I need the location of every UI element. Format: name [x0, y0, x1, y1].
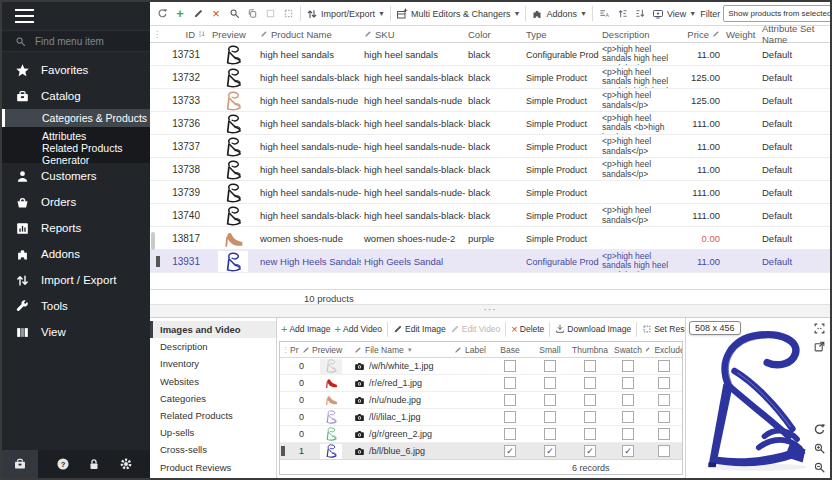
table-row[interactable]: 13739 high heel sandals-nude-37high heel… [150, 181, 830, 204]
zoom-in-icon[interactable] [813, 442, 826, 455]
image-row[interactable]: 0 /w/h/white_1.jpg [280, 358, 682, 375]
table-row[interactable]: 13817 women shoes-nudewomen shoes-nude-2… [150, 227, 830, 250]
sidebar-item-favorites[interactable]: Favorites [2, 57, 150, 83]
download-image-button[interactable]: Download Image [553, 324, 633, 334]
image-row-selected[interactable]: 1 /b/l/blue_6.jpg ✓ ✓ ✓ ✓ [280, 443, 682, 460]
table-row[interactable]: 13737 high heel sandals-nude-36high heel… [150, 135, 830, 158]
image-row[interactable]: 0 /g/r/green_2.jpg [280, 426, 682, 443]
add-image-button[interactable]: +Add Image [279, 323, 333, 336]
tab-related-products[interactable]: Related Products [150, 407, 276, 424]
delete-image-button[interactable]: ×Delete [509, 323, 546, 336]
sidebar-item-reports[interactable]: Reports [2, 215, 150, 241]
table-row[interactable]: 13732 high heel sandals-blackhigh heel s… [150, 66, 830, 89]
table-row[interactable]: 13738 high heel sandals-black-37high hee… [150, 158, 830, 181]
thumbnail-checkbox[interactable]: ✓ [584, 445, 596, 457]
hamburger-menu-button[interactable] [2, 2, 150, 30]
thumbnail-checkbox[interactable] [584, 394, 596, 406]
column-header-id[interactable]: ID [163, 29, 209, 40]
paste-button[interactable] [261, 5, 279, 23]
column-header-small[interactable]: Small [530, 345, 570, 355]
sidebar-item-addons[interactable]: Addons [2, 241, 150, 267]
grid-options-button[interactable]: ⋮ [150, 30, 163, 39]
exclude-checkbox[interactable] [658, 445, 670, 457]
edit-image-button[interactable]: Edit Image [391, 324, 448, 334]
column-header-description[interactable]: Description [599, 29, 685, 40]
tab-images-and-video[interactable]: Images and Video [150, 321, 276, 338]
column-header-preview[interactable]: Preview [209, 29, 257, 40]
image-row[interactable]: 0 /n/u/nude.jpg [280, 392, 682, 409]
small-checkbox[interactable] [544, 428, 556, 440]
column-header-thumbnail[interactable]: Thumbna [570, 345, 610, 355]
open-external-icon[interactable] [813, 340, 826, 353]
add-video-button[interactable]: +Add Video [333, 323, 385, 336]
column-header-price[interactable]: Price [685, 29, 723, 40]
column-header-type[interactable]: Type [523, 29, 599, 40]
set-resize-rule-button[interactable]: Set Resize Rule [640, 324, 685, 334]
edit-product-button[interactable] [189, 5, 207, 23]
grid-scroll-thumb[interactable] [151, 232, 155, 250]
column-header-label[interactable]: Label [452, 345, 490, 355]
tab-up-sells[interactable]: Up-sells [150, 424, 276, 441]
sort-descending-button[interactable] [632, 5, 650, 23]
sidebar-item-view[interactable]: View [2, 319, 150, 345]
small-checkbox[interactable] [544, 377, 556, 389]
refresh-button[interactable] [153, 5, 171, 23]
menu-search-input[interactable]: Find menu item [2, 30, 150, 52]
tab-cross-sells[interactable]: Cross-sells [150, 441, 276, 458]
sidebar-item-categories-products[interactable]: Categories & Products [2, 109, 150, 127]
tab-categories[interactable]: Categories [150, 390, 276, 407]
exclude-checkbox[interactable] [658, 428, 670, 440]
sidebar-item-customers[interactable]: Customers [2, 163, 150, 189]
thumbnail-checkbox[interactable] [584, 411, 596, 423]
addons-menu[interactable]: Addons ▼ [529, 8, 588, 20]
tab-inventory[interactable]: Inventory [150, 355, 276, 372]
exclude-checkbox[interactable] [658, 394, 670, 406]
sort-ascending-button[interactable] [614, 5, 632, 23]
swatch-checkbox[interactable]: ✓ [622, 445, 634, 457]
multi-editors-menu[interactable]: Multi Editors & Changers ▼ [394, 8, 522, 20]
exclude-checkbox[interactable] [658, 411, 670, 423]
sidebar-item-tools[interactable]: Tools [2, 293, 150, 319]
search-products-button[interactable] [225, 5, 243, 23]
sidebar-item-catalog[interactable]: Catalog [2, 83, 150, 109]
quick-filter-button[interactable] [596, 5, 614, 23]
sidebar-item-related-products-generator[interactable]: Related Products Generator [2, 145, 150, 163]
import-export-menu[interactable]: Import/Export ▼ [304, 8, 387, 20]
thumbnail-checkbox[interactable] [584, 360, 596, 372]
column-header-swatch[interactable]: Swatch [610, 345, 646, 355]
zoom-out-icon[interactable] [813, 461, 826, 474]
view-menu[interactable]: View ▼ [650, 8, 698, 20]
actual-size-icon[interactable] [813, 322, 826, 335]
thumbnail-checkbox[interactable] [584, 377, 596, 389]
lock-icon[interactable] [87, 457, 101, 471]
image-row[interactable]: 0 /r/e/red_1.jpg [280, 375, 682, 392]
column-header-product-name[interactable]: Product Name [257, 29, 361, 40]
tab-description[interactable]: Description [150, 338, 276, 355]
sidebar-item-orders[interactable]: Orders [2, 189, 150, 215]
table-row[interactable]: 13731 high heel sandalshigh heel sandals… [150, 43, 830, 66]
tab-product-reviews[interactable]: Product Reviews [150, 459, 276, 476]
base-checkbox[interactable] [504, 394, 516, 406]
exclude-checkbox[interactable] [658, 377, 670, 389]
tab-websites[interactable]: Websites [150, 373, 276, 390]
swatch-checkbox[interactable] [622, 377, 634, 389]
column-header-color[interactable]: Color [465, 29, 523, 40]
column-header-sku[interactable]: SKU [361, 29, 465, 40]
small-checkbox[interactable]: ✓ [544, 445, 556, 457]
column-header-exclude[interactable]: Exclude [646, 345, 682, 355]
delete-product-button[interactable]: × [207, 5, 225, 23]
edit-video-button[interactable]: Edit Video [448, 324, 503, 334]
small-checkbox[interactable] [544, 394, 556, 406]
small-checkbox[interactable] [544, 411, 556, 423]
base-checkbox[interactable] [504, 428, 516, 440]
swatch-checkbox[interactable] [622, 360, 634, 372]
table-row[interactable]: 13740 high heel sandals-black-38high hee… [150, 204, 830, 227]
category-filter-select[interactable]: Show products from selected categories ▼ [723, 5, 830, 22]
swatch-checkbox[interactable] [622, 394, 634, 406]
swatch-checkbox[interactable] [622, 428, 634, 440]
table-row[interactable]: 13736 high heel sandals-black-36high hee… [150, 112, 830, 135]
gear-icon[interactable] [119, 457, 133, 471]
table-row[interactable]: 13733 high heel sandals-nudehigh heel sa… [150, 89, 830, 112]
help-icon[interactable] [56, 457, 70, 471]
rotate-icon[interactable] [813, 423, 826, 436]
